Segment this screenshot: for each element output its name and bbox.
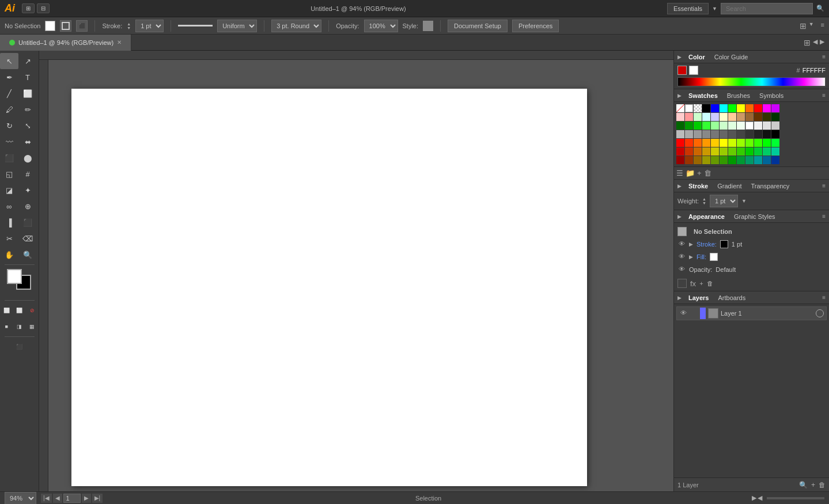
page-next-btn[interactable]: ▶ xyxy=(82,494,91,503)
warp-tool[interactable]: 〰 xyxy=(0,134,18,150)
tab-scroll-left-icon[interactable]: ◀ xyxy=(813,38,817,47)
swatch-r2c2[interactable] xyxy=(685,122,693,130)
swatch-r5c11[interactable] xyxy=(763,147,771,156)
type-tool[interactable]: T xyxy=(18,69,37,85)
swatch-menu-icon[interactable]: ☰ xyxy=(676,169,683,177)
search-input[interactable] xyxy=(721,3,813,14)
layer-name[interactable]: Layer 1 xyxy=(721,310,813,317)
stroke-up-down[interactable]: ▲ ▼ xyxy=(127,22,131,30)
layers-search-icon[interactable]: 🔍 xyxy=(799,481,808,489)
stroke-tab[interactable]: Stroke xyxy=(684,181,713,191)
swatch-r2c12[interactable] xyxy=(771,122,779,130)
swatch-r6c6[interactable] xyxy=(720,156,728,164)
layers-panel-menu-icon[interactable]: ≡ xyxy=(822,294,826,301)
swatch-r6c5[interactable] xyxy=(711,156,719,164)
page-prev-btn[interactable]: ◀ xyxy=(53,494,62,503)
appearance-stroke-swatch[interactable] xyxy=(720,240,728,248)
red-swatch[interactable] xyxy=(677,66,687,75)
zoom-tool[interactable]: 🔍 xyxy=(18,247,37,263)
delete-swatch-icon[interactable]: 🗑 xyxy=(704,169,711,177)
new-swatch-icon[interactable]: + xyxy=(697,169,702,177)
shape-builder-tool[interactable]: ⬤ xyxy=(18,150,37,166)
status-back-icon[interactable]: ◀ xyxy=(758,494,762,502)
gradient-mode-btn[interactable]: ◨ xyxy=(13,319,25,335)
rectangle-tool[interactable]: ⬜ xyxy=(18,85,37,101)
graphic-styles-tab[interactable]: Graphic Styles xyxy=(729,212,780,221)
swatch-r3c6[interactable] xyxy=(720,130,728,138)
swatch-blue[interactable] xyxy=(711,104,719,112)
swatch-none[interactable] xyxy=(676,104,684,112)
swatch-r5c2[interactable] xyxy=(685,147,693,156)
artboards-tab[interactable]: Artboards xyxy=(713,293,750,302)
page-last-btn[interactable]: ▶| xyxy=(92,494,103,503)
swatch-r5c8[interactable] xyxy=(737,147,745,156)
white-swatch[interactable] xyxy=(689,66,698,75)
appearance-fx-icon[interactable]: fx xyxy=(690,279,696,288)
swatch-r4c11[interactable] xyxy=(763,139,771,147)
swatch-cyan[interactable] xyxy=(720,104,728,112)
eraser-tool[interactable]: ⌫ xyxy=(18,230,37,247)
swatch-r5c12[interactable] xyxy=(771,147,779,156)
swatch-r1c6[interactable] xyxy=(720,113,728,121)
foreground-color-swatch[interactable] xyxy=(7,269,22,284)
layer-lock-icon[interactable] xyxy=(690,309,698,317)
swatch-r4c3[interactable] xyxy=(694,139,702,147)
swatch-r5c6[interactable] xyxy=(720,147,728,156)
arrange-dropdown-icon[interactable]: ▼ xyxy=(809,21,814,31)
swatch-r5c5[interactable] xyxy=(711,147,719,156)
appearance-fill-link[interactable]: Fill: xyxy=(696,253,706,260)
swatch-r6c2[interactable] xyxy=(685,156,693,164)
document-setup-button[interactable]: Document Setup xyxy=(448,20,508,32)
symbols-tab[interactable]: Symbols xyxy=(755,91,788,100)
swatch-checkered[interactable] xyxy=(694,104,702,112)
swatch-r3c12[interactable] xyxy=(771,130,779,138)
none-icon[interactable]: ⊘ xyxy=(26,302,39,319)
swatch-r4c4[interactable] xyxy=(702,139,710,147)
appearance-panel-menu-icon[interactable]: ≡ xyxy=(822,213,826,219)
stroke-weight-dropdown-icon[interactable]: ▼ xyxy=(741,198,747,204)
appearance-tab[interactable]: Appearance xyxy=(684,212,729,221)
swatch-r6c12[interactable] xyxy=(771,156,779,164)
stroke-type-select[interactable]: Uniform xyxy=(217,20,257,32)
workspace-icon-btn[interactable]: ⊟ xyxy=(37,3,50,13)
paintbrush-tool[interactable]: 🖊 xyxy=(0,101,18,118)
swatch-r6c4[interactable] xyxy=(702,156,710,164)
swatch-r6c1[interactable] xyxy=(676,156,684,164)
appearance-add-item-icon[interactable] xyxy=(677,279,687,288)
color-gradient-bar[interactable] xyxy=(677,77,826,86)
swatch-r4c10[interactable] xyxy=(754,139,762,147)
swatch-r2c1[interactable] xyxy=(676,122,684,130)
swatch-r4c6[interactable] xyxy=(720,139,728,147)
essentials-button[interactable]: Essentials xyxy=(667,3,709,14)
appearance-stroke-expand-icon[interactable]: ▶ xyxy=(689,241,693,247)
zoom-select[interactable]: 94% xyxy=(5,492,36,505)
swatch-r3c1[interactable] xyxy=(676,130,684,138)
width-tool[interactable]: ⬌ xyxy=(18,134,37,150)
tab-scroll-right-icon[interactable]: ▶ xyxy=(820,38,824,47)
swatch-r3c4[interactable] xyxy=(702,130,710,138)
swatch-r4c8[interactable] xyxy=(737,139,745,147)
swatch-r6c7[interactable] xyxy=(728,156,736,164)
swatch-r5c9[interactable] xyxy=(745,147,754,156)
swatch-r3c5[interactable] xyxy=(711,130,719,138)
layer-visibility-icon[interactable]: 👁 xyxy=(679,309,687,317)
swatch-black[interactable] xyxy=(702,104,710,112)
layers-tab[interactable]: Layers xyxy=(684,293,713,302)
status-play-icon[interactable]: ▶ xyxy=(752,494,756,502)
swatch-r3c10[interactable] xyxy=(754,130,762,138)
draw-mode-btn[interactable]: ⬛ xyxy=(5,339,35,355)
fill-icon[interactable]: ⬜ xyxy=(0,302,13,319)
artboard-tool[interactable]: ⬛ xyxy=(18,214,37,230)
stroke-panel-header[interactable]: ▶ Stroke Gradient Transparency ≡ xyxy=(674,180,829,192)
swatch-r5c7[interactable] xyxy=(728,147,736,156)
swatch-r1c1[interactable] xyxy=(676,113,684,121)
swatch-r2c7[interactable] xyxy=(728,122,736,130)
pattern-mode-btn[interactable]: ▦ xyxy=(26,319,39,335)
swatch-r1c3[interactable] xyxy=(694,113,702,121)
swatch-r1c2[interactable] xyxy=(685,113,693,121)
stroke-panel-menu-icon[interactable]: ≡ xyxy=(822,183,826,189)
swatch-r2c9[interactable] xyxy=(745,122,754,130)
tab-arrange-icon[interactable]: ⊞ xyxy=(804,38,811,47)
swatch-green[interactable] xyxy=(728,104,736,112)
fill-mode-icon[interactable]: ⬛ xyxy=(76,20,88,32)
